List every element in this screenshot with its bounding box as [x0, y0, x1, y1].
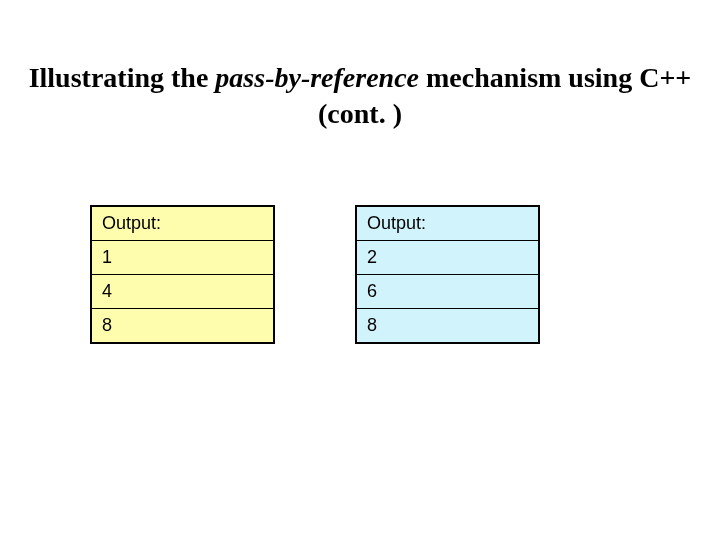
- output-row: 4: [92, 275, 273, 309]
- title-italic: pass-by-reference: [215, 62, 419, 93]
- output-boxes: Output: 1 4 8 Output: 2 6 8: [90, 205, 540, 344]
- output-row: 1: [92, 241, 273, 275]
- output-header-right: Output:: [357, 207, 538, 241]
- output-row: 8: [357, 309, 538, 342]
- output-row: 8: [92, 309, 273, 342]
- output-box-left: Output: 1 4 8: [90, 205, 275, 344]
- output-row: 2: [357, 241, 538, 275]
- slide-title: Illustrating the pass-by-reference mecha…: [0, 60, 720, 133]
- title-prefix: Illustrating the: [29, 62, 216, 93]
- output-box-right: Output: 2 6 8: [355, 205, 540, 344]
- output-row: 6: [357, 275, 538, 309]
- output-header-left: Output:: [92, 207, 273, 241]
